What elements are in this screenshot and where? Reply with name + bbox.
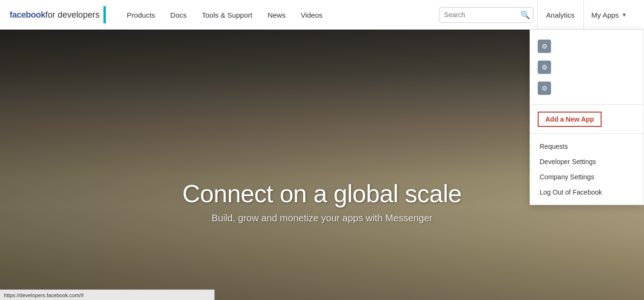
nav-tools-support[interactable]: Tools & Support (195, 0, 259, 30)
list-item[interactable]: ⚙ (538, 36, 636, 57)
nav-docs[interactable]: Docs (164, 0, 193, 30)
status-bar: https://developers.facebook.com/# (0, 290, 215, 300)
gear-icon: ⚙ (538, 82, 551, 95)
main-nav: Products Docs Tools & Support News Video… (120, 0, 439, 30)
logo-fordev-text: for developers (45, 10, 100, 20)
status-url: https://developers.facebook.com/# (4, 292, 84, 298)
header-right: 🔍 Analytics My Apps ▼ (439, 0, 634, 30)
nav-products[interactable]: Products (120, 0, 162, 30)
logo-area[interactable]: facebook for developers (10, 6, 106, 23)
search-box[interactable]: 🔍 (439, 7, 533, 23)
dropdown-logout-link[interactable]: Log Out of Facebook (530, 185, 644, 200)
search-input[interactable] (444, 11, 521, 19)
hero-subtitle: Build, grow and monetize your apps with … (0, 213, 644, 224)
chevron-down-icon: ▼ (622, 12, 627, 18)
search-icon: 🔍 (521, 10, 530, 20)
gear-icon: ⚙ (538, 61, 551, 74)
dropdown-links-section: Requests Developer Settings Company Sett… (530, 134, 644, 205)
add-new-app-button[interactable]: Add a New App (538, 112, 602, 127)
dropdown-developer-settings-link[interactable]: Developer Settings (530, 154, 644, 169)
logo-bar-icon (103, 6, 106, 23)
my-apps-button[interactable]: My Apps ▼ (583, 0, 634, 30)
my-apps-label: My Apps (592, 11, 619, 19)
dropdown-apps-section: ⚙ ⚙ ⚙ (530, 30, 644, 105)
gear-icon: ⚙ (538, 40, 551, 53)
nav-news[interactable]: News (261, 0, 292, 30)
nav-videos[interactable]: Videos (294, 0, 329, 30)
dropdown-company-settings-link[interactable]: Company Settings (530, 169, 644, 185)
analytics-link[interactable]: Analytics (537, 0, 583, 30)
dropdown-requests-link[interactable]: Requests (530, 139, 644, 154)
my-apps-dropdown: ⚙ ⚙ ⚙ Add a New App Requests Developer S… (530, 30, 644, 205)
add-new-app-section: Add a New App (530, 105, 644, 134)
header: facebook for developers Products Docs To… (0, 0, 644, 30)
logo-facebook-text: facebook (10, 10, 45, 20)
list-item[interactable]: ⚙ (538, 78, 636, 99)
list-item[interactable]: ⚙ (538, 57, 636, 78)
